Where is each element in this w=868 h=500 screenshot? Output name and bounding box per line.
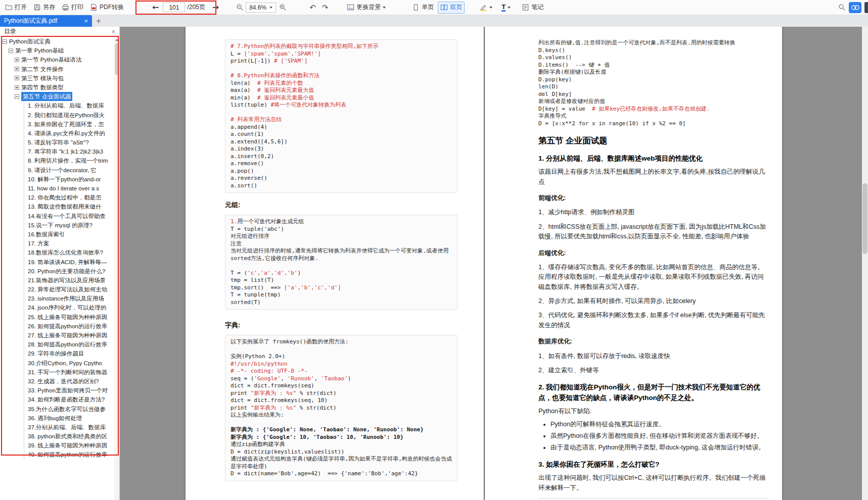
tab-python-mianshi-pdf[interactable]: Python面试宝典.pdf × bbox=[0, 15, 92, 27]
text-tool-button[interactable]: T bbox=[499, 2, 513, 14]
zoom-out-button[interactable] bbox=[234, 2, 246, 14]
toc-question-item[interactable]: 21.装饰器的写法以及应用场景 bbox=[24, 276, 114, 285]
toc-question-item[interactable]: 20. Python的主要功能是什么? bbox=[24, 267, 114, 276]
toc-question-item[interactable]: 13. 爬取这些数据都用来做什 bbox=[24, 202, 114, 211]
expand-icon[interactable] bbox=[15, 76, 19, 80]
redo-button[interactable]: ↷ bbox=[321, 3, 330, 12]
document-scroll-thumb[interactable] bbox=[862, 183, 867, 254]
backend-items: 1、缓存存储读写次数高, 变化不多的数据, 比如网站首页的信息、商品的信息等。应… bbox=[538, 263, 767, 330]
toc-question-item[interactable]: 14.有没有一个工具可以帮助查 bbox=[24, 212, 114, 221]
toc-question-item[interactable]: 32. 生成器，迭代器的区别? bbox=[24, 377, 114, 386]
sidebar-scroll-thumb[interactable] bbox=[115, 43, 119, 75]
toc-chapter-item[interactable]: 第一章 Python基础 bbox=[0, 46, 114, 55]
toc-question-item[interactable]: 37.分别从前端、后端、数据库 bbox=[24, 423, 114, 432]
collapse-icon[interactable] bbox=[9, 48, 13, 53]
toc-question-item[interactable]: 3. 如果你困在了死循环里，怎 bbox=[24, 120, 114, 129]
toc-question-item[interactable]: 10. 解释一下python的and-or bbox=[24, 175, 114, 184]
toc-question-item[interactable]: 8. 利用切片操作，实现一个trim bbox=[24, 156, 114, 165]
single-page-icon bbox=[412, 4, 420, 11]
toc-sidebar: 目录 × Python面试宝典 第一章 Python基础 第一节 Python基… bbox=[0, 27, 120, 500]
pdf-convert-button[interactable]: PDF转换 bbox=[88, 2, 126, 14]
question-2-heading: 2. 我们都知道现在Python很火，但是对于一门技术我们不光要知道它的优点，也… bbox=[538, 382, 767, 403]
list-item: 1、缓存存储读写次数高, 变化不多的数据, 比如网站首页的信息、商品的信息等。应… bbox=[538, 263, 767, 292]
prev-page-button[interactable]: ← bbox=[150, 3, 161, 12]
new-tab-button[interactable]: + bbox=[92, 15, 105, 27]
toc-question-item[interactable]: 30.介绍Cython, Pypy Cpytho bbox=[24, 359, 114, 368]
highlighter-pen-icon bbox=[480, 4, 487, 11]
sidebar-close-icon[interactable]: × bbox=[111, 28, 115, 35]
toc-question-item[interactable]: 33. Python里面如何拷贝一个对 bbox=[24, 386, 114, 395]
toc-question-item[interactable]: 4. 请谈谈.pyc文件和.py文件的 bbox=[24, 129, 114, 138]
double-page-mode-button[interactable]: 双页 bbox=[438, 2, 465, 14]
toc-question-item[interactable]: 29. 字符串的操作题目 bbox=[24, 349, 114, 358]
section-heading: 第五节 企业面试题 bbox=[538, 135, 767, 146]
double-page-icon bbox=[440, 4, 448, 11]
next-page-button[interactable]: → bbox=[210, 3, 221, 12]
zoom-in-button[interactable] bbox=[277, 2, 289, 14]
toc-question-item[interactable]: 15.说一下 mysql 的原理? bbox=[24, 221, 114, 230]
document-scrollbar[interactable] bbox=[862, 27, 868, 500]
change-background-button[interactable]: 更换背景 bbox=[345, 2, 388, 14]
toc-question-item[interactable]: 16.数据库索引 bbox=[24, 230, 114, 239]
scroll-up-icon[interactable] bbox=[115, 39, 118, 41]
toc-selected-label: 第五节 企业面试题 bbox=[21, 92, 72, 101]
code-block-lists: # 7.Python的列表的截取与字符串操作类型相同,如下所示L = ['spa… bbox=[225, 39, 458, 193]
expand-icon[interactable] bbox=[15, 58, 19, 62]
toc-question-item[interactable]: 25. 线上服务可能因为种种原因 bbox=[24, 313, 114, 322]
search-icon[interactable] bbox=[838, 4, 846, 11]
toc-question-item[interactable]: 12. 你在爬虫过程中，都是怎 bbox=[24, 193, 114, 202]
toc-question-item[interactable]: 17. 方案 bbox=[24, 239, 114, 248]
single-page-mode-button[interactable]: 单页 bbox=[410, 2, 436, 14]
question-1-heading: 1. 分别从前端、后端、数据库阐述web项目的性能优化 bbox=[538, 154, 767, 164]
toc-question-item[interactable]: 31. 手写一个判断时间的装饰器 bbox=[24, 368, 114, 377]
toc-question-item[interactable]: 38. python新式类和经典类的区 bbox=[24, 432, 114, 441]
toc-question-item[interactable]: 19. 简单谈谈ACID, 并解释每— bbox=[24, 258, 114, 267]
toc-section-item[interactable]: 第二节 文件操作 bbox=[0, 65, 114, 74]
toc-question-item[interactable]: 40. 如何提高python的运行效率 bbox=[24, 450, 114, 459]
page-number-input[interactable] bbox=[163, 3, 185, 12]
toc-question-item[interactable]: 24. json序列化时，可以处理的 bbox=[24, 303, 114, 312]
toc-question-item[interactable]: 1. 分别从前端、后端、数据库 bbox=[24, 101, 114, 110]
note-button[interactable]: 笔记 bbox=[520, 2, 545, 14]
toc-section-item[interactable]: 第四节 数据类型 bbox=[0, 83, 114, 92]
toc-question-item[interactable]: 5. 请反转字符串 "aStr"? bbox=[24, 138, 114, 147]
highlighter-tool-button[interactable] bbox=[478, 2, 494, 14]
toc-section-item[interactable]: 第一节 Python基础语法 bbox=[0, 55, 114, 64]
toc-question-item[interactable]: 9. 请设计一个decorator, 它 bbox=[24, 166, 114, 175]
toc-section-item[interactable]: 第三节 模块与包 bbox=[0, 74, 114, 83]
toc-question-item[interactable]: 11. how do I iterate over a s bbox=[24, 184, 114, 193]
zoom-level-dropdown[interactable]: 84.6% bbox=[246, 3, 276, 13]
toc-question-item[interactable]: 7. 将字符串 "k:1 |k1:2|k2:3|k3 bbox=[24, 147, 114, 156]
expand-icon[interactable] bbox=[15, 85, 19, 90]
undo-button[interactable]: ↶ bbox=[308, 3, 317, 12]
collapse-icon[interactable] bbox=[3, 39, 7, 44]
text-tool-icon: T bbox=[501, 4, 506, 12]
collapse-icon[interactable] bbox=[15, 94, 19, 99]
sidebar-scrollbar[interactable] bbox=[114, 37, 119, 500]
toc-question-item[interactable]: 22. 异常处理写法以及如何主动 bbox=[24, 285, 114, 294]
single-page-label: 单页 bbox=[422, 3, 434, 12]
toc-question-item[interactable]: 34. 如何判断是函数还是方法? bbox=[24, 395, 114, 404]
save-as-button[interactable]: 另存 bbox=[31, 2, 57, 14]
toc-question-item[interactable]: 39. 线上服务可能因为种种原因 bbox=[24, 441, 114, 450]
list-item: 1、减少http请求、例如制作精灵图 bbox=[538, 208, 767, 217]
open-button[interactable]: 打开 bbox=[3, 2, 29, 14]
toc-question-item[interactable]: 28. 如何提高python的运行效率 bbox=[24, 340, 114, 349]
toc-section-selected[interactable]: 第五节 企业面试题 bbox=[0, 92, 114, 101]
tab-close-icon[interactable]: × bbox=[84, 17, 88, 25]
expand-icon[interactable] bbox=[15, 67, 19, 71]
pdf-page-left: # 7.Python的列表的截取与字符串操作类型相同,如下所示L = ['spa… bbox=[186, 27, 484, 500]
note-icon bbox=[522, 4, 529, 11]
toc-question-item[interactable]: 27. 线上服务可能因为种种原因 bbox=[24, 331, 114, 340]
toc-root-item[interactable]: Python面试宝典 bbox=[0, 37, 114, 46]
toc-question-item[interactable]: 35.为什么函数名字可以当做参 bbox=[24, 405, 114, 414]
toc-question-item[interactable]: 23. isinstance作用以及应用场 bbox=[24, 294, 114, 303]
edge-partial-icon[interactable] bbox=[864, 2, 868, 13]
toc-question-item[interactable]: 36. 遇到bug如何处理 bbox=[24, 414, 114, 423]
vip-link-button[interactable] bbox=[849, 2, 861, 13]
toc-question-item[interactable]: 26. 如何提高python的运行效率 bbox=[24, 322, 114, 331]
toc-question-item[interactable]: 18.数据库怎么优化查询效率? bbox=[24, 248, 114, 257]
list-item: 2、异步方式, 如果有耗时操作, 可以采用异步, 比如celery bbox=[538, 296, 767, 306]
print-button[interactable]: 打印 bbox=[60, 2, 85, 14]
toc-question-item[interactable]: 2. 我们都知道现在Python很火 bbox=[24, 111, 114, 120]
